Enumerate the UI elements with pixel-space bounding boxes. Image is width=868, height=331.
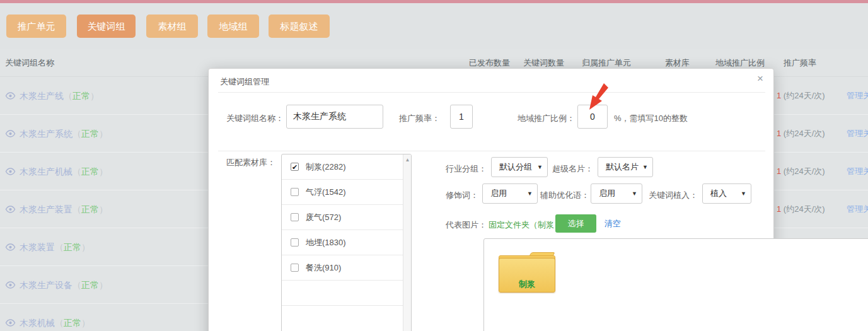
checkbox-checked[interactable]: ✔: [291, 163, 299, 171]
library-item: 餐洗(910): [282, 255, 411, 281]
nav-button-region-group[interactable]: 地域组: [207, 15, 259, 38]
eye-icon[interactable]: [5, 115, 16, 153]
keyword-group-link[interactable]: 木浆生产机械: [20, 166, 72, 177]
status-badge: 正常: [64, 318, 81, 328]
nav-button-material-group[interactable]: 素材组: [146, 15, 198, 38]
checkbox[interactable]: [291, 188, 299, 196]
checkbox[interactable]: [291, 238, 299, 247]
aux-phrase-label: 辅助优化语：: [540, 190, 589, 201]
checkbox[interactable]: [291, 213, 299, 221]
frequency-cell: 1 (约24天/次): [777, 115, 825, 153]
nav-button-keyword-group[interactable]: 关键词组: [77, 15, 136, 38]
divider: [218, 151, 765, 151]
eye-icon[interactable]: [5, 78, 16, 115]
fixed-folder-text: 固定文件夹（制浆）: [489, 219, 562, 231]
folder-panel: 制浆 ▲: [483, 238, 868, 331]
caret-down-icon: ▼: [632, 184, 637, 203]
modifier-select[interactable]: 启用 ▼: [482, 183, 538, 204]
caret-down-icon: ▼: [642, 158, 648, 177]
manage-keywords-link[interactable]: 管理关: [847, 115, 868, 153]
scroll-up-icon[interactable]: ▲: [403, 157, 412, 163]
frequency-cell: 1 (约24天/次): [777, 77, 825, 115]
material-library-listbox: ✔ 制浆(2282) 气浮(1542) 废气(572) 地埋(1830) 餐洗(…: [281, 154, 412, 331]
keyword-group-link[interactable]: 木浆生产线: [20, 91, 64, 101]
frequency-cell: 1 (约24天/次): [777, 190, 825, 228]
industry-group-select[interactable]: 默认分组 ▼: [491, 157, 548, 177]
eye-icon[interactable]: [5, 305, 16, 331]
name-field-label: 关键词组名称：: [226, 113, 284, 124]
eye-icon[interactable]: [5, 229, 16, 267]
keyword-group-link[interactable]: 木浆装置: [20, 242, 55, 252]
scrollbar[interactable]: ▲: [403, 154, 411, 331]
status-badge: 正常: [81, 166, 99, 177]
region-ratio-field-label: 地域推广比例：: [518, 113, 575, 124]
folder-name: 制浆: [499, 279, 555, 290]
keyword-implant-select[interactable]: 植入 ▼: [702, 183, 751, 204]
frequency-cell: 1 (约24天/次): [777, 153, 825, 190]
region-ratio-hint: %，需填写10的整数: [614, 113, 688, 124]
library-item-empty: [282, 281, 411, 306]
red-arrow-annotation: [587, 83, 608, 112]
eye-icon[interactable]: [5, 191, 16, 229]
checkbox[interactable]: [291, 264, 299, 272]
col-keyword-group-name: 关键词组名称: [5, 49, 54, 77]
caret-down-icon: ▼: [527, 184, 533, 203]
library-item: 地埋(1830): [282, 230, 411, 255]
nav-button-promo-unit[interactable]: 推广单元: [6, 15, 66, 38]
caret-down-icon: ▼: [741, 184, 746, 203]
select-image-button[interactable]: 选择: [555, 214, 596, 233]
nav-button-title-narrative[interactable]: 标题叙述: [269, 15, 330, 38]
industry-group-label: 行业分组：: [446, 163, 487, 175]
keyword-implant-label: 关键词植入：: [649, 190, 698, 201]
keyword-group-link[interactable]: 木浆生产系统: [20, 129, 72, 139]
keyword-group-link[interactable]: 木浆生产设备: [20, 280, 72, 290]
library-item: ✔ 制浆(2282): [282, 154, 411, 180]
caret-down-icon: ▼: [537, 158, 543, 177]
nav-button-bar: 推广单元 关键词组 素材组 地域组 标题叙述: [0, 3, 868, 49]
modal-title: 关键词组管理: [220, 76, 269, 88]
status-badge: 正常: [64, 242, 81, 252]
status-badge: 正常: [81, 204, 99, 214]
material-library-label: 匹配素材库：: [226, 157, 275, 168]
frequency-input[interactable]: [450, 105, 473, 129]
manage-keywords-link[interactable]: 管理关: [847, 77, 868, 115]
clear-link[interactable]: 清空: [605, 218, 621, 229]
status-badge: 正常: [81, 280, 99, 290]
library-item: 气浮(1542): [282, 180, 411, 205]
col-promo-freq: 推广频率: [784, 49, 816, 77]
eye-icon[interactable]: [5, 153, 16, 191]
super-card-select[interactable]: 默认名片 ▼: [598, 157, 653, 177]
library-item: 废气(572): [282, 205, 411, 230]
manage-keywords-link[interactable]: 管理关: [847, 153, 868, 190]
status-badge: 正常: [72, 91, 90, 101]
representative-image-label: 代表图片：: [446, 219, 487, 231]
keyword-group-modal: 关键词组管理 × 关键词组名称： 推广频率： 地域推广比例： %，需填写10的整…: [208, 68, 774, 331]
eye-icon[interactable]: [5, 267, 16, 305]
super-card-label: 超级名片：: [552, 163, 593, 175]
modifier-label: 修饰词：: [446, 190, 478, 201]
manage-keywords-link[interactable]: 管理关: [847, 190, 868, 228]
frequency-field-label: 推广频率：: [399, 113, 440, 124]
divider: [218, 92, 765, 93]
aux-phrase-select[interactable]: 启用 ▼: [591, 183, 642, 204]
keyword-group-name-input[interactable]: [286, 105, 383, 129]
close-icon[interactable]: ×: [757, 73, 763, 85]
keyword-group-link[interactable]: 木浆生产装置: [20, 204, 72, 214]
folder-icon[interactable]: 制浆: [499, 252, 555, 293]
keyword-group-link[interactable]: 木浆机械: [20, 318, 55, 328]
status-badge: 正常: [81, 129, 99, 139]
